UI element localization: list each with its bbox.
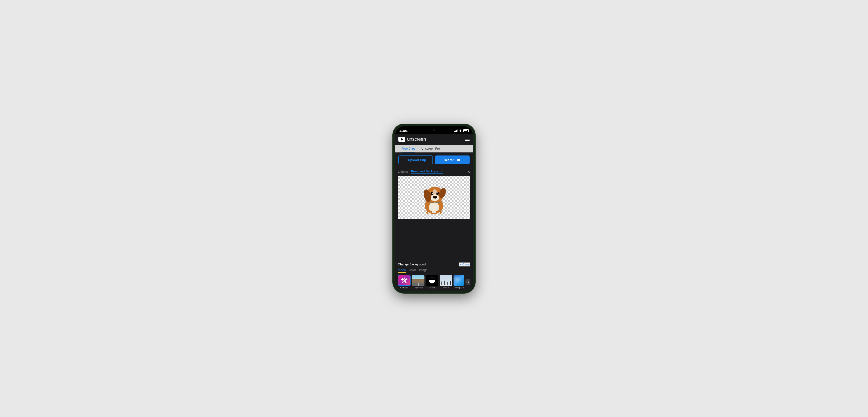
dog-preview-image: unsc... — [398, 175, 470, 219]
phone-frame: 11:01 — [393, 124, 475, 293]
tab-unscreen-pro[interactable]: Unscreen Pro — [418, 145, 443, 153]
play-icon — [401, 138, 403, 141]
bg-thumb-label: Citystreet — [413, 286, 423, 289]
bg-thumb-label: Mixingcolors — [454, 286, 464, 289]
app-content: unscreen Free Clips Unscreen Pro — [395, 134, 473, 291]
status-bar: 11:01 — [395, 126, 473, 134]
bg-thumb-label: Animation — [400, 286, 409, 289]
preview-tab-original[interactable]: Original — [398, 170, 408, 173]
status-icons — [455, 129, 469, 132]
bg-tab-video[interactable]: Video — [398, 268, 406, 273]
svg-point-16 — [436, 210, 442, 215]
next-thumbnails-button[interactable]: › — [465, 279, 470, 285]
list-item: Animation — [398, 275, 410, 289]
dog-cutout — [403, 179, 465, 216]
preview-tab-removed-bg[interactable]: Removed Background — [411, 169, 443, 174]
svg-point-20 — [439, 212, 440, 213]
bg-type-tabs: Video Color Image — [398, 268, 470, 273]
svg-point-12 — [433, 189, 437, 194]
svg-point-14 — [434, 202, 436, 203]
svg-point-9 — [437, 192, 438, 193]
bg-thumb-mixingcolors[interactable] — [454, 275, 464, 286]
bg-thumb-icerink[interactable] — [440, 275, 452, 286]
svg-point-10 — [433, 196, 437, 198]
change-background-section: Change Background: ✕ Close Video Color I… — [395, 260, 473, 291]
bg-thumb-label: Icerink — [443, 286, 449, 289]
tab-free-clips[interactable]: Free Clips — [398, 145, 418, 153]
bg-tab-image[interactable]: Image — [419, 268, 428, 273]
logo-icon — [398, 137, 405, 142]
svg-point-18 — [429, 213, 431, 214]
logo-area: unscreen — [398, 136, 426, 142]
svg-point-8 — [432, 193, 433, 194]
svg-point-11 — [434, 196, 435, 197]
list-item: Mixingcolors — [454, 275, 464, 289]
hamburger-menu-button[interactable] — [465, 138, 470, 141]
status-time: 11:01 — [399, 129, 407, 132]
app-logo-text: unscreen — [407, 136, 426, 142]
bg-thumb-animation[interactable] — [398, 275, 410, 286]
action-buttons-area: ↑ Upload Clip Search GIF — [395, 153, 473, 167]
signal-icon — [455, 129, 458, 132]
upload-clip-button[interactable]: ↑ Upload Clip — [398, 156, 433, 164]
close-change-bg-button[interactable]: ✕ Close — [459, 262, 470, 266]
bg-thumb-citystreet[interactable] — [412, 275, 425, 286]
list-item: Citystreet — [412, 275, 425, 289]
bg-thumb-spiral[interactable] — [426, 275, 438, 286]
preview-tabs: Original Removed Background — [398, 169, 470, 174]
preview-close-button[interactable]: × — [468, 169, 470, 174]
bg-thumb-label: Spiral — [429, 286, 435, 289]
watermark-text: unsc... — [462, 215, 468, 217]
phone-screen: 11:01 — [395, 126, 473, 291]
next-arrow-icon: › — [468, 280, 469, 284]
change-bg-title: Change Background: — [398, 263, 427, 266]
search-gif-button[interactable]: Search GIF — [435, 156, 470, 164]
tabs-bar: Free Clips Unscreen Pro — [395, 145, 473, 153]
list-item: Icerink — [440, 275, 452, 289]
preview-area: × Original Removed Background — [395, 167, 473, 260]
list-item: Spiral — [426, 275, 438, 289]
app-header: unscreen — [395, 134, 473, 145]
camera-notch — [433, 129, 435, 131]
wifi-icon — [459, 129, 462, 132]
bg-thumbnails-list: Animation C — [398, 275, 470, 289]
svg-point-15 — [426, 210, 432, 215]
bg-tab-color[interactable]: Color — [409, 268, 416, 273]
dog-svg — [403, 179, 465, 216]
battery-icon — [463, 129, 469, 132]
change-bg-header: Change Background: ✕ Close — [398, 262, 470, 266]
